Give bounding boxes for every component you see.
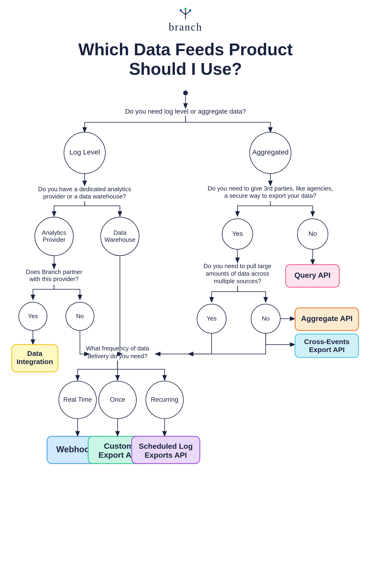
svg-text:Do you need to give 3rd partie: Do you need to give 3rd parties, like ag… — [208, 185, 333, 192]
svg-line-54 — [181, 11, 186, 15]
svg-text:Exports API: Exports API — [144, 451, 187, 459]
svg-text:Analytics: Analytics — [42, 229, 66, 236]
svg-text:with this provider?: with this provider? — [29, 275, 79, 283]
svg-point-58 — [189, 9, 191, 11]
svg-text:Log Level: Log Level — [69, 148, 100, 156]
svg-text:Yes: Yes — [28, 313, 38, 320]
svg-text:Yes: Yes — [232, 230, 243, 237]
svg-text:Data: Data — [113, 229, 126, 236]
svg-text:amounts of data across: amounts of data across — [206, 270, 269, 277]
svg-text:a secure way to export your da: a secure way to export your data? — [224, 192, 317, 199]
svg-text:No: No — [262, 315, 269, 322]
svg-text:Provider: Provider — [43, 236, 66, 243]
svg-point-59 — [184, 8, 187, 10]
svg-text:What frequency of data: What frequency of data — [86, 345, 149, 352]
svg-text:Real Time: Real Time — [63, 396, 92, 403]
svg-text:Custom: Custom — [104, 441, 134, 451]
svg-text:Do you have a dedicated analyt: Do you have a dedicated analytics — [38, 186, 131, 193]
svg-text:Warehouse: Warehouse — [104, 236, 135, 243]
svg-text:Integration: Integration — [17, 358, 53, 366]
branch-tree-icon — [178, 8, 193, 20]
main-flowchart: Do you need log level or aggregate data?… — [0, 86, 371, 588]
svg-text:Recurring: Recurring — [151, 396, 178, 403]
svg-text:Scheduled Log: Scheduled Log — [139, 442, 193, 451]
svg-text:provider or a data warehouse?: provider or a data warehouse? — [43, 193, 126, 200]
svg-text:Do you need to pull large: Do you need to pull large — [203, 262, 271, 270]
svg-text:Do you need log level or aggre: Do you need log level or aggregate data? — [125, 108, 246, 115]
brand-text: branch — [169, 21, 202, 33]
header-area: branch Which Data Feeds Product Should I… — [0, 0, 371, 79]
svg-text:Aggregate API: Aggregate API — [301, 314, 352, 323]
svg-text:Yes: Yes — [207, 315, 216, 322]
svg-point-57 — [180, 9, 182, 11]
svg-text:delivery do you need?: delivery do you need? — [88, 353, 147, 360]
logo-area: branch — [169, 8, 202, 33]
svg-text:multiple sources?: multiple sources? — [214, 278, 261, 284]
svg-point-62 — [183, 91, 188, 95]
svg-text:Cross-Events: Cross-Events — [304, 338, 349, 346]
svg-text:Data: Data — [27, 349, 42, 357]
svg-text:Export API: Export API — [309, 346, 345, 354]
svg-text:Query API: Query API — [294, 271, 330, 279]
svg-line-55 — [186, 11, 190, 15]
page-title: Which Data Feeds Product Should I Use? — [0, 40, 371, 79]
svg-text:Once: Once — [110, 396, 125, 403]
full-page: branch Which Data Feeds Product Should I… — [0, 0, 371, 588]
svg-text:No: No — [76, 313, 84, 320]
svg-text:No: No — [309, 230, 317, 237]
svg-text:Aggregated: Aggregated — [252, 148, 289, 156]
svg-text:Does Branch partner: Does Branch partner — [26, 268, 82, 275]
